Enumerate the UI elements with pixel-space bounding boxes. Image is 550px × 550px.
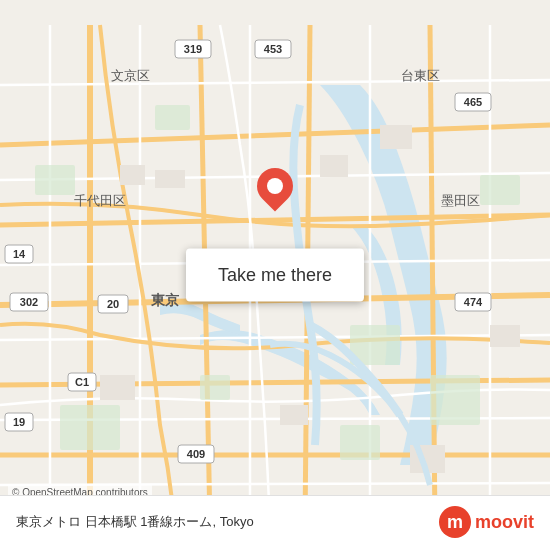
svg-rect-58: [100, 375, 135, 400]
moovit-logo: m moovit: [439, 506, 534, 538]
svg-text:465: 465: [464, 96, 482, 108]
svg-rect-59: [280, 405, 308, 425]
svg-rect-61: [490, 325, 520, 347]
svg-text:474: 474: [464, 296, 483, 308]
svg-rect-57: [380, 125, 412, 149]
station-name: 東京メトロ 日本橋駅 1番線ホーム, Tokyo: [16, 513, 254, 531]
svg-rect-53: [480, 175, 520, 205]
svg-text:文京区: 文京区: [111, 68, 150, 83]
svg-text:453: 453: [264, 43, 282, 55]
svg-text:14: 14: [13, 248, 26, 260]
svg-rect-49: [60, 405, 120, 450]
svg-rect-50: [430, 375, 480, 425]
svg-rect-46: [35, 165, 75, 195]
svg-rect-56: [320, 155, 348, 177]
bottom-bar: 東京メトロ 日本橋駅 1番線ホーム, Tokyo m moovit: [0, 495, 550, 550]
svg-text:m: m: [447, 512, 463, 532]
svg-text:302: 302: [20, 296, 38, 308]
svg-text:台東区: 台東区: [401, 68, 440, 83]
svg-rect-52: [200, 375, 230, 400]
moovit-icon: m: [439, 506, 471, 538]
svg-rect-51: [340, 425, 380, 460]
location-pin: [257, 168, 293, 204]
svg-text:東京: 東京: [151, 292, 180, 308]
map-container: 302 319 453 465 20 409 474 C1 14 19 文京区 …: [0, 0, 550, 550]
svg-text:319: 319: [184, 43, 202, 55]
svg-text:墨田区: 墨田区: [441, 193, 480, 208]
svg-text:千代田区: 千代田区: [74, 193, 126, 208]
moovit-brand-name: moovit: [475, 512, 534, 533]
svg-text:20: 20: [107, 298, 119, 310]
svg-rect-47: [155, 105, 190, 130]
take-me-there-button[interactable]: Take me there: [186, 249, 364, 302]
svg-rect-54: [120, 165, 145, 185]
svg-text:19: 19: [13, 416, 25, 428]
svg-rect-55: [155, 170, 185, 188]
svg-text:C1: C1: [75, 376, 89, 388]
svg-text:409: 409: [187, 448, 205, 460]
